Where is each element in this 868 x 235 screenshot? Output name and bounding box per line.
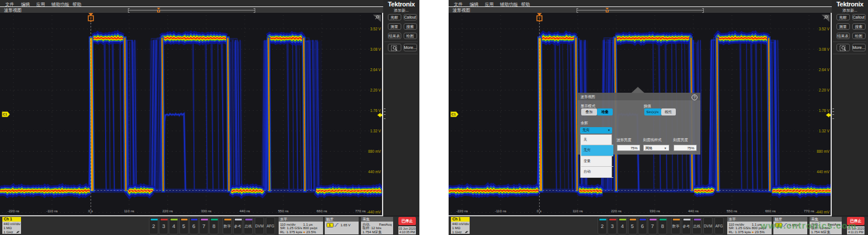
svg-text:220 ns: 220 ns (162, 209, 173, 212)
svg-text:2.64 V: 2.64 V (819, 67, 830, 71)
svg-text:330 ns: 330 ns (650, 209, 660, 212)
svg-text:3.52 V: 3.52 V (819, 26, 830, 30)
svg-text:1.32 V: 1.32 V (819, 128, 830, 132)
svg-text:C1: C1 (452, 113, 456, 116)
svg-text:-220 ns: -220 ns (456, 209, 468, 212)
svg-text:770 ns: 770 ns (355, 209, 366, 212)
svg-text:1.76 V: 1.76 V (819, 108, 830, 112)
svg-text:T: T (539, 16, 541, 20)
svg-text:3.52 V: 3.52 V (370, 26, 381, 30)
svg-text:2.20 V: 2.20 V (819, 87, 830, 92)
svg-text:-440 mV: -440 mV (815, 209, 830, 213)
svg-text:3.08 V: 3.08 V (370, 47, 381, 51)
svg-text:0 s: 0 s (537, 209, 541, 212)
svg-text:-110 ns: -110 ns (46, 209, 58, 212)
svg-text:440 ns: 440 ns (239, 209, 250, 212)
svg-text:2.20 V: 2.20 V (370, 87, 381, 92)
svg-text:330 ns: 330 ns (201, 209, 211, 212)
svg-text:C1: C1 (3, 113, 8, 116)
svg-text:440 mV: 440 mV (368, 169, 381, 173)
svg-text:220 ns: 220 ns (611, 209, 622, 212)
svg-text:1.32 V: 1.32 V (370, 128, 381, 132)
svg-text:-110 ns: -110 ns (495, 209, 506, 212)
svg-text:660 ns: 660 ns (765, 209, 776, 212)
svg-text:1.76 V: 1.76 V (370, 108, 381, 112)
svg-text:880 mV: 880 mV (368, 149, 381, 153)
svg-text:3.08 V: 3.08 V (819, 47, 830, 51)
svg-text:110 ns: 110 ns (124, 209, 134, 212)
svg-text:T: T (90, 16, 92, 20)
svg-text:0 s: 0 s (88, 209, 93, 212)
svg-text:440 ns: 440 ns (688, 209, 699, 212)
svg-text:2.64 V: 2.64 V (370, 67, 381, 71)
svg-text:-440 mV: -440 mV (367, 209, 381, 213)
svg-text:550 ns: 550 ns (727, 209, 737, 212)
svg-text:660 ns: 660 ns (317, 209, 327, 212)
svg-text:770 ns: 770 ns (804, 209, 814, 212)
svg-text:880 mV: 880 mV (817, 149, 830, 153)
svg-text:440 mV: 440 mV (817, 169, 830, 173)
svg-text:110 ns: 110 ns (572, 209, 583, 212)
svg-text:550 ns: 550 ns (278, 209, 289, 212)
svg-text:-220 ns: -220 ns (8, 209, 19, 212)
